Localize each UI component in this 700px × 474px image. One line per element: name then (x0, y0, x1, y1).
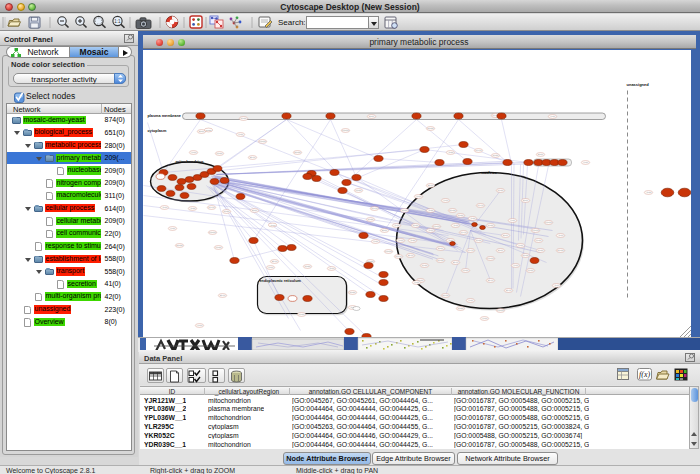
svg-text:Atp1p: Atp1p (393, 224, 399, 226)
svg-text:Pma1p: Pma1p (209, 231, 217, 233)
svg-text:Cox1p: Cox1p (395, 255, 402, 257)
svg-text:Snq2p: Snq2p (449, 209, 456, 211)
svg-text:Yor1p: Yor1p (467, 299, 473, 301)
svg-text:Yor1p: Yor1p (517, 244, 523, 246)
svg-text:Atp1p: Atp1p (553, 284, 560, 286)
svg-text:Snq2p: Snq2p (557, 249, 564, 251)
svg-text:Atp2p: Atp2p (427, 209, 433, 211)
svg-text:Snq2p: Snq2p (176, 244, 183, 246)
svg-text:Atp2p: Atp2p (469, 217, 475, 219)
svg-text:Pma1p: Pma1p (532, 229, 540, 231)
svg-text:Ste6p: Ste6p (452, 261, 458, 263)
svg-text:Pdr5p: Pdr5p (535, 239, 542, 241)
svg-text:Cox1p: Cox1p (477, 204, 484, 206)
svg-text:Ste6p: Ste6p (487, 279, 493, 281)
svg-text:Cox1p: Cox1p (460, 231, 467, 233)
svg-text:Gal2p: Gal2p (537, 249, 544, 251)
svg-text:Atp1p: Atp1p (161, 206, 167, 208)
svg-text:Yor1p: Yor1p (237, 133, 243, 135)
svg-text:nucleus: nucleus (481, 170, 497, 175)
svg-text:Yor1p: Yor1p (413, 281, 419, 283)
svg-text:Atp2p: Atp2p (189, 207, 195, 209)
svg-text:plasma membrane: plasma membrane (147, 113, 180, 117)
svg-text:Pma1p: Pma1p (497, 309, 505, 311)
svg-text:Pdr5p: Pdr5p (298, 313, 305, 315)
svg-text:Qcr2p: Qcr2p (421, 264, 428, 266)
svg-text:Gal2p: Gal2p (457, 214, 464, 216)
svg-text:Pdr5p: Pdr5p (527, 269, 534, 271)
svg-text:Cox1p: Cox1p (371, 207, 378, 209)
svg-text:f(x): f(x) (639, 370, 650, 379)
svg-text:Pdr5p: Pdr5p (215, 246, 222, 248)
svg-text:mitochondrion: mitochondrion (175, 159, 204, 164)
svg-text:Pma1p: Pma1p (433, 225, 441, 227)
svg-text:Ste6p: Ste6p (271, 260, 277, 262)
svg-text:Snq2p: Snq2p (522, 254, 529, 256)
svg-text:Hxt1p: Hxt1p (512, 264, 518, 266)
svg-text:Ste6p: Ste6p (249, 156, 255, 158)
svg-text:Hxt1p: Hxt1p (481, 317, 487, 319)
svg-text:Qcr2p: Qcr2p (475, 239, 482, 241)
svg-text:Pma1p: Pma1p (385, 250, 393, 252)
svg-text:Atp1p: Atp1p (328, 267, 334, 269)
svg-text:Yor1p: Yor1p (169, 227, 175, 229)
svg-text:Qcr2p: Qcr2p (487, 224, 494, 226)
svg-text:Pma1p: Pma1p (487, 257, 495, 259)
svg-text:Qcr2p: Qcr2p (492, 154, 499, 156)
svg-text:Snq2p: Snq2p (437, 259, 444, 261)
svg-text:Snq2p: Snq2p (442, 294, 449, 296)
svg-text:Gal2p: Gal2p (349, 291, 356, 293)
svg-text:Snq2p: Snq2p (427, 127, 434, 129)
svg-text:Sik1p: Sik1p (251, 209, 257, 211)
svg-text:Pma1p: Pma1p (342, 129, 350, 131)
svg-text:Sik1p: Sik1p (368, 115, 374, 117)
svg-text:Sik1p: Sik1p (502, 234, 508, 236)
svg-text:Atp2p: Atp2p (447, 239, 453, 241)
svg-text:Yor1p: Yor1p (509, 219, 515, 221)
svg-text:Pdr5p: Pdr5p (355, 189, 362, 191)
svg-text:Sik1p: Sik1p (381, 229, 387, 231)
svg-text:Snq2p: Snq2p (367, 260, 374, 262)
svg-text:Ste6p: Ste6p (219, 294, 225, 296)
svg-text:Yor1p: Yor1p (549, 115, 555, 117)
svg-text:Cox1p: Cox1p (208, 206, 215, 208)
svg-text:Sik1p: Sik1p (198, 130, 204, 132)
svg-text:Atp2p: Atp2p (645, 191, 652, 193)
svg-text:Gal2p: Gal2p (205, 128, 212, 130)
svg-text:Pdr5p: Pdr5p (216, 152, 223, 154)
svg-text:Qcr2p: Qcr2p (497, 189, 504, 191)
svg-text:Gal2p: Gal2p (412, 224, 419, 226)
svg-text:Atp1p: Atp1p (427, 229, 433, 231)
svg-text:Gal2p: Gal2p (457, 307, 464, 309)
svg-text:Atp2p: Atp2p (409, 239, 415, 241)
svg-text:unassigned: unassigned (626, 81, 649, 86)
svg-text:Cox1p: Cox1p (475, 149, 482, 151)
svg-text:Gal2p: Gal2p (304, 265, 311, 267)
svg-text:Hxt1p: Hxt1p (196, 324, 202, 326)
svg-text:Ste6p: Ste6p (407, 254, 413, 256)
svg-text:Qcr2p: Qcr2p (367, 218, 374, 220)
svg-text:Sik1p: Sik1p (497, 249, 503, 251)
svg-text:Sik1p: Sik1p (522, 199, 528, 201)
svg-text:Hxt1p: Hxt1p (190, 151, 196, 153)
svg-text:Atp1p: Atp1p (269, 223, 275, 225)
svg-text:Atp2p: Atp2p (447, 151, 453, 153)
svg-text:Cox1p: Cox1p (467, 249, 474, 251)
svg-text:Qcr2p: Qcr2p (223, 210, 230, 212)
svg-text:Qcr2p: Qcr2p (240, 117, 247, 119)
svg-text:Pma1p: Pma1p (545, 221, 553, 223)
svg-text:Atp1p: Atp1p (452, 224, 458, 226)
svg-text:Hxt1p: Hxt1p (267, 266, 273, 268)
svg-text:Pdr5p: Pdr5p (462, 269, 469, 271)
svg-text:Gal2p: Gal2p (401, 209, 408, 211)
svg-text:Snq2p: Snq2p (294, 151, 301, 153)
svg-text:Hxt1p: Hxt1p (442, 199, 448, 201)
svg-text:Atp1p: Atp1p (557, 234, 564, 236)
svg-text:Hxt1p: Hxt1p (397, 239, 403, 241)
svg-text:Hxt1p: Hxt1p (415, 195, 421, 197)
svg-text:Yor1p: Yor1p (372, 240, 378, 242)
svg-text:Ste6p: Ste6p (505, 289, 511, 291)
svg-text:Ste6p: Ste6p (427, 184, 433, 186)
svg-text:Yor1p: Yor1p (582, 161, 588, 163)
svg-text:Sik1p: Sik1p (537, 153, 543, 155)
